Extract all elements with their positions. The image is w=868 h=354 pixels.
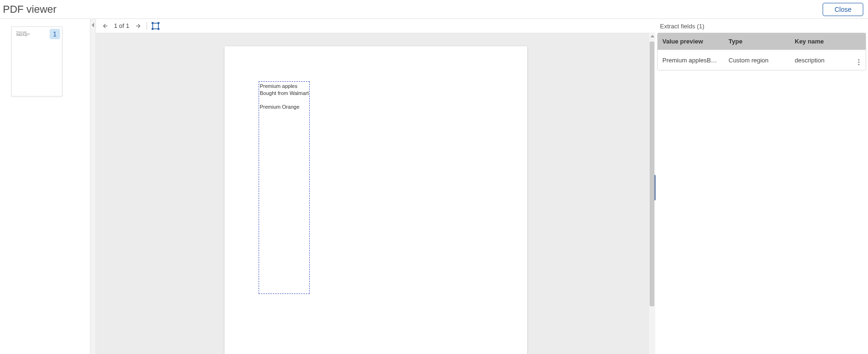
define-region-button[interactable] — [151, 21, 160, 31]
close-button[interactable]: Close — [823, 3, 863, 16]
thumbnail-page-number: 1 — [50, 29, 60, 39]
collapse-left-icon — [92, 23, 94, 27]
row-menu-button[interactable] — [858, 59, 859, 65]
cell-actions — [851, 50, 866, 70]
svg-rect-5 — [151, 28, 153, 30]
col-header-type[interactable]: Type — [724, 33, 790, 50]
col-header-actions — [851, 33, 866, 50]
scrollbar-thumb[interactable] — [650, 42, 654, 306]
pdf-page[interactable]: Premium apples Bought from Walmart Premi… — [225, 46, 527, 354]
svg-rect-4 — [157, 22, 159, 24]
col-header-value[interactable]: Value preview — [658, 33, 724, 50]
scroll-up-icon — [651, 35, 654, 37]
fields-table: Value preview Type Key name Premium appl… — [657, 33, 866, 70]
table-row[interactable]: Premium applesBo... Custom region descri… — [658, 50, 866, 70]
header-bar: PDF viewer Close — [0, 0, 868, 19]
svg-rect-6 — [157, 28, 159, 30]
left-splitter[interactable] — [90, 19, 96, 354]
table-header-row: Value preview Type Key name — [658, 33, 866, 50]
col-header-key[interactable]: Key name — [790, 33, 851, 50]
svg-rect-3 — [151, 22, 153, 24]
page-indicator: 1 of 1 — [114, 22, 130, 29]
toolbar-separator — [147, 22, 147, 30]
viewer-toolbar: 1 of 1 — [96, 19, 655, 33]
prev-page-button[interactable] — [101, 21, 110, 31]
region-text-line: Premium apples — [260, 83, 308, 90]
svg-rect-2 — [153, 23, 158, 29]
app-title: PDF viewer — [3, 3, 57, 16]
extraction-region[interactable]: Premium apples Bought from Walmart Premi… — [259, 81, 310, 294]
pdf-viewer-app: PDF viewer Close Premium apples Bought f… — [0, 0, 868, 354]
next-page-button[interactable] — [133, 21, 143, 31]
page-thumbnail[interactable]: Premium apples Bought from Walmart Premi… — [11, 26, 62, 96]
cell-value-preview: Premium applesBo... — [658, 52, 724, 69]
extract-fields-panel: Extract fields (1) Value preview Type Ke… — [655, 19, 868, 354]
document-scroll-area[interactable]: Premium apples Bought from Walmart Premi… — [96, 33, 655, 354]
region-text-line: Bought from Walmart — [260, 90, 308, 97]
region-text-line: Premium Orange — [260, 104, 308, 111]
thumbnail-preview-text: Premium apples Bought from Walmart Premi… — [17, 32, 30, 37]
cell-type: Custom region — [724, 52, 790, 69]
extract-fields-title: Extract fields (1) — [655, 19, 868, 33]
thumbnail-panel: Premium apples Bought from Walmart Premi… — [0, 19, 90, 354]
main-area: Premium apples Bought from Walmart Premi… — [0, 19, 868, 354]
cell-key-name: description — [790, 52, 851, 69]
document-viewer: 1 of 1 — [96, 19, 655, 354]
